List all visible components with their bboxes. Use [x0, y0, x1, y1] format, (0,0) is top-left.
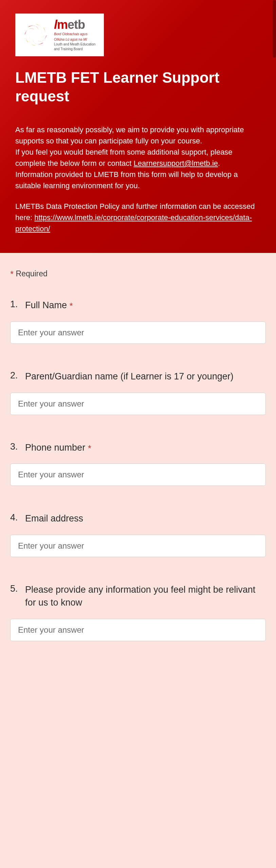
intro-line-3: Information provided to LMETB from this …	[15, 170, 238, 190]
question-label: Please provide any information you feel …	[25, 584, 266, 609]
question-relevant-info: 5. Please provide any information you fe…	[10, 584, 266, 641]
question-full-name: 1. Full Name *	[10, 299, 266, 344]
question-label: Full Name *	[25, 299, 266, 312]
intro-line-1: As far as reasonably possibly, we aim to…	[15, 125, 244, 145]
question-label-text: Full Name	[25, 300, 70, 310]
question-number: 1.	[10, 299, 20, 310]
required-star-icon: *	[10, 269, 14, 279]
form-header: lmetb Bord Oideachais agus Oiliúna Lú ag…	[0, 0, 276, 253]
required-star-icon: *	[88, 443, 91, 453]
logo-letter-m: m	[57, 18, 68, 32]
lmetb-swirl-icon	[22, 21, 49, 48]
required-label: Required	[14, 269, 48, 278]
question-number: 2.	[10, 370, 20, 381]
scrollbar-thumb[interactable]	[273, 0, 276, 58]
logo-tagline-1: Bord Oideachais agus	[54, 32, 95, 36]
question-email: 4. Email address	[10, 512, 266, 557]
logo-text: lmetb Bord Oideachais agus Oiliúna Lú ag…	[54, 19, 95, 51]
form-body: * Required 1. Full Name * 2. Parent/Guar…	[0, 253, 276, 688]
intro-period: .	[218, 159, 220, 167]
required-indicator: * Required	[10, 268, 266, 279]
question-label: Email address	[25, 512, 266, 525]
logo-tagline-2: Oiliúna Lú agus na Mí	[54, 38, 95, 42]
email-input[interactable]	[10, 535, 266, 557]
logo-tagline-3: Louth and Meath Education	[54, 42, 95, 46]
question-number: 5.	[10, 584, 20, 594]
support-email-link[interactable]: Learnersupport@lmetb.ie	[134, 159, 218, 167]
question-guardian-name: 2. Parent/Guardian name (if Learner is 1…	[10, 370, 266, 415]
form-title: LMETB FET Learner Support request	[15, 68, 261, 105]
question-number: 3.	[10, 441, 20, 452]
logo-letter-e: e	[68, 18, 74, 32]
question-label: Phone number *	[25, 441, 266, 454]
question-number: 4.	[10, 512, 20, 523]
logo-letter-b: b	[78, 18, 85, 32]
intro-text: As far as reasonably possibly, we aim to…	[15, 124, 261, 234]
question-label: Parent/Guardian name (if Learner is 17 o…	[25, 370, 266, 383]
logo-tagline-4: and Training Board	[54, 47, 95, 51]
logo-card: lmetb Bord Oideachais agus Oiliúna Lú ag…	[15, 14, 104, 56]
logo-letter-l: l	[54, 18, 57, 32]
relevant-info-input[interactable]	[10, 619, 266, 641]
phone-input[interactable]	[10, 463, 266, 486]
question-phone: 3. Phone number *	[10, 441, 266, 486]
full-name-input[interactable]	[10, 321, 266, 344]
required-star-icon: *	[70, 301, 73, 311]
guardian-name-input[interactable]	[10, 393, 266, 415]
policy-link[interactable]: https://www.lmetb.ie/corporate/corporate…	[15, 213, 252, 233]
logo-letter-t: t	[74, 18, 78, 32]
question-label-text: Phone number	[25, 442, 88, 453]
